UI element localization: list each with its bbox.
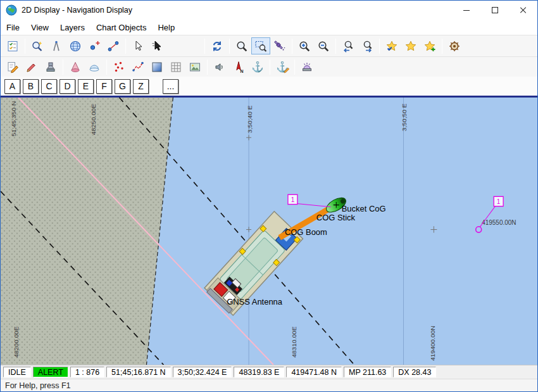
north-arrow-button[interactable]: N [229,58,248,75]
helm-button[interactable] [445,37,464,54]
svg-text:419400.00N: 419400.00N [429,326,436,361]
favorite-add-button[interactable] [420,37,439,54]
status-northing: 419471.48 N [286,367,342,377]
zoom-window-icon [254,40,267,53]
svg-text:COG Stick: COG Stick [316,213,356,222]
find-icon [31,40,44,53]
globe-button[interactable] [66,37,85,54]
svg-text:N: N [241,69,244,73]
svg-text:COG Boom: COG Boom [285,227,327,236]
svg-text:419550.00N: 419550.00N [482,219,516,226]
find-button[interactable] [28,37,47,54]
image-layer-button[interactable] [185,58,204,75]
favorite-add-icon [423,40,436,53]
menu-chart-objects[interactable]: Chart Objects [91,21,152,34]
status-longitude: 3;50;32.424 E [173,367,232,377]
preset-button-z[interactable]: Z [133,79,149,94]
menu-layers[interactable]: Layers [54,21,91,34]
menu-view[interactable]: View [25,21,54,34]
alarm-lamp-button[interactable] [297,58,316,75]
toolbar-separator [294,60,295,75]
preset-button-g[interactable]: G [115,79,130,94]
toolbar-separator [270,60,270,75]
menu-file[interactable]: File [1,21,25,34]
pick-cursor-button[interactable] [147,37,166,54]
pencil-icon [284,67,290,73]
status-easting: 48319.83 E [234,367,284,377]
menu-help[interactable]: Help [152,21,180,34]
globe-icon [69,40,82,53]
route-icon [107,40,120,53]
status-dx: DX 28.43 [393,367,436,377]
route-button[interactable] [104,37,123,54]
polyline-button[interactable] [128,58,147,75]
preset-button-e[interactable]: E [78,79,94,94]
minimize-icon [463,10,470,11]
close-button[interactable] [509,1,537,20]
close-icon [520,6,527,14]
toolbar-draw: N ⚓ ⚓ [1,56,537,77]
anchor-edit-button[interactable]: ⚓ [273,58,292,75]
dome-button[interactable] [85,58,104,75]
zoom-out-button[interactable] [314,37,333,54]
preset-button-d[interactable]: D [59,79,75,94]
measure-button[interactable] [47,37,66,54]
display-settings-button[interactable] [3,37,22,54]
preset-button-b[interactable]: B [23,79,39,94]
toolbar-separator [335,39,336,54]
refresh-button[interactable] [208,37,227,54]
select-cursor-icon [132,40,144,53]
minimize-button[interactable] [452,1,480,20]
zoom-previous-button[interactable] [339,37,358,54]
status-mode: IDLE [3,367,31,377]
stamp-icon [44,61,57,73]
add-point-button[interactable] [85,37,104,54]
preset-button-more[interactable]: ... [163,79,178,94]
help-bar: For Help, press F1 [1,379,537,391]
stamp-button[interactable] [41,58,60,75]
alarm-lamp-icon [301,61,313,73]
grid-icon [170,61,182,73]
edit-symbol-button[interactable] [22,58,41,75]
measure-dividers-icon [50,40,63,53]
svg-text:Bucket CoG: Bucket CoG [342,204,386,213]
preset-button-a[interactable]: A [4,79,20,94]
chart-view[interactable]: 51;45;350 N 48250.00E 3;50;40 E 3;50;50 … [1,98,537,365]
zoom-window-button[interactable] [251,37,270,54]
status-mp: MP 211.63 [344,367,391,377]
toolbar-separator [207,60,208,75]
toolbar-separator [125,39,126,54]
satellites-button[interactable] [270,37,289,54]
land-area [1,98,173,365]
edit-geometry-icon [6,61,19,73]
zoom-next-icon [361,40,373,53]
gradient-fill-button[interactable] [147,58,166,75]
help-text: For Help, press F1 [5,381,71,390]
toolbar-separator [204,39,205,54]
preset-button-f[interactable]: F [96,79,112,94]
points-layer-icon [113,61,125,73]
grid-button[interactable] [166,58,185,75]
maximize-button[interactable] [480,1,509,20]
cone-button[interactable] [66,58,85,75]
anchor-icon: ⚓ [251,62,264,72]
zoom-in-button[interactable] [295,37,314,54]
satellites-icon [273,40,286,53]
edit-symbol-icon [25,61,38,73]
anchor-button[interactable]: ⚓ [248,58,267,75]
zoom-previous-icon [342,40,354,53]
svg-text:3;50;50 E: 3;50;50 E [401,103,408,131]
favorite-star-icon [404,40,417,53]
select-cursor-button[interactable] [128,37,147,54]
speaker-button[interactable] [210,58,229,75]
preset-button-c[interactable]: C [41,79,57,94]
status-alert-badge: ALERT [33,367,68,377]
zoom-next-button[interactable] [358,37,377,54]
favorite-button[interactable] [401,37,420,54]
toolbar-separator [442,39,442,54]
edit-geometry-button[interactable] [3,58,22,75]
zoom-button[interactable] [232,37,251,54]
svg-text:GNSS Antenna: GNSS Antenna [227,297,283,307]
points-layer-button[interactable] [109,58,128,75]
favorite-check-button[interactable] [382,37,401,54]
